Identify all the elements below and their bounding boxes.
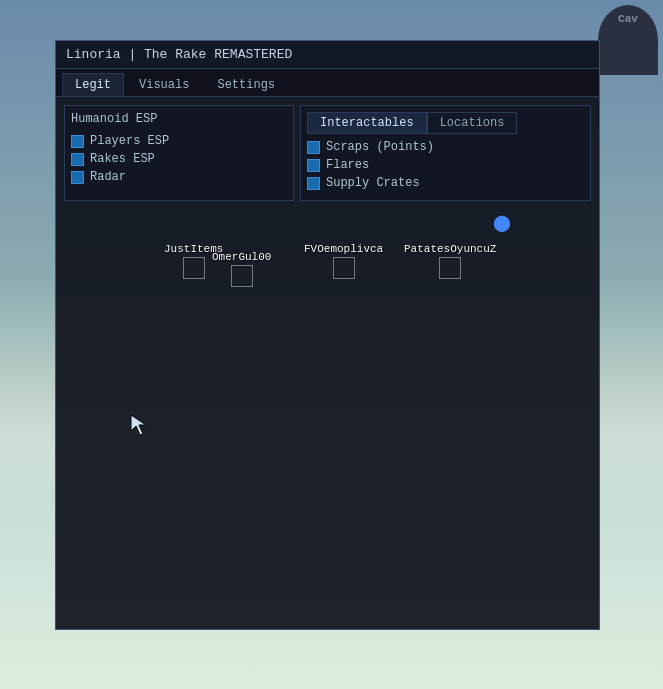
flares-item[interactable]: Flares (307, 158, 584, 172)
player-patates-label: PatatesOyuncuZ (404, 243, 496, 255)
player-patates-box (439, 257, 461, 279)
content-area: Humanoid ESP Players ESP Rakes ESP Radar… (56, 97, 599, 209)
tab-visuals[interactable]: Visuals (126, 73, 202, 96)
location-pin-icon: ⬤ (493, 213, 511, 233)
cave-label: Cav (618, 13, 638, 25)
tab-locations[interactable]: Locations (427, 112, 518, 134)
humanoid-esp-panel: Humanoid ESP Players ESP Rakes ESP Radar (64, 105, 294, 201)
supply-crates-item[interactable]: Supply Crates (307, 176, 584, 190)
humanoid-esp-header: Humanoid ESP (71, 112, 287, 128)
rakes-esp-label: Rakes ESP (90, 152, 155, 166)
player-fvoemop-box (333, 257, 355, 279)
player-patates: PatatesOyuncuZ (404, 243, 496, 281)
player-omergul: OmerGul00 (212, 251, 271, 289)
interactables-panel: Interactables Locations Scraps (Points) … (300, 105, 591, 201)
player-fvoemop-label: FVOemoplivca (304, 243, 383, 255)
scraps-item[interactable]: Scraps (Points) (307, 140, 584, 154)
scraps-label: Scraps (Points) (326, 140, 434, 154)
window-title: Linoria | The Rake REMASTERED (66, 47, 292, 62)
player-omergul-box (231, 265, 253, 287)
players-esp-label: Players ESP (90, 134, 169, 148)
radar-label: Radar (90, 170, 126, 184)
svg-marker-0 (131, 415, 146, 435)
panel-tab-bar: Interactables Locations (307, 112, 584, 134)
player-omergul-label: OmerGul00 (212, 251, 271, 263)
players-esp-checkbox[interactable] (71, 135, 84, 148)
game-world-area: JustItems OmerGul00 FVOemoplivca Patates… (64, 213, 591, 573)
title-bar: Linoria | The Rake REMASTERED (56, 41, 599, 69)
tab-legit[interactable]: Legit (62, 73, 124, 96)
rakes-esp-item[interactable]: Rakes ESP (71, 152, 287, 166)
tab-settings[interactable]: Settings (204, 73, 288, 96)
supply-crates-label: Supply Crates (326, 176, 420, 190)
radar-checkbox[interactable] (71, 171, 84, 184)
rakes-esp-checkbox[interactable] (71, 153, 84, 166)
cave-indicator: Cav (593, 0, 663, 80)
players-esp-item[interactable]: Players ESP (71, 134, 287, 148)
supply-crates-checkbox[interactable] (307, 177, 320, 190)
player-fvoemop: FVOemoplivca (304, 243, 383, 281)
tab-interactables[interactable]: Interactables (307, 112, 427, 134)
radar-item[interactable]: Radar (71, 170, 287, 184)
cursor-icon (129, 413, 149, 441)
tab-bar: Legit Visuals Settings (56, 69, 599, 97)
flares-checkbox[interactable] (307, 159, 320, 172)
player-justitems-box (183, 257, 205, 279)
main-window: Linoria | The Rake REMASTERED Legit Visu… (55, 40, 600, 630)
scraps-checkbox[interactable] (307, 141, 320, 154)
flares-label: Flares (326, 158, 369, 172)
